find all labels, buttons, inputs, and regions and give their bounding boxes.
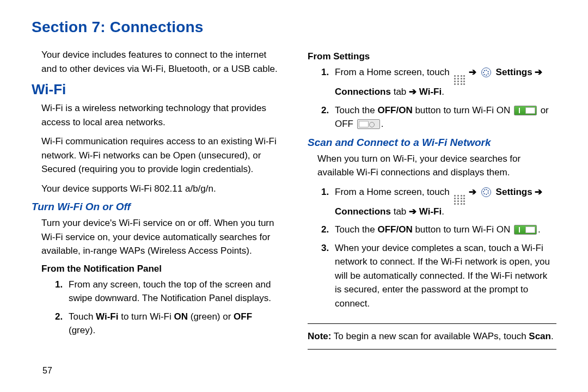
apps-grid-icon (454, 75, 465, 85)
toggle-on-icon (514, 225, 537, 235)
toggle-on-icon (514, 106, 537, 115)
scan-connect-heading: Scan and Connect to a Wi-Fi Network (308, 137, 556, 149)
text: (green) or (188, 311, 234, 322)
settings-steps: From a Home screen, touch ➔ Settings ➔ C… (308, 65, 556, 131)
text: From a Home screen, touch (335, 187, 452, 197)
text-bold: OFF (234, 311, 252, 322)
scan-paragraph: When you turn on Wi-Fi, your device sear… (308, 152, 556, 180)
text-bold: ON (174, 311, 188, 322)
section-title: Section 7: Connections (32, 19, 556, 36)
gear-icon (481, 68, 491, 77)
apps-grid-icon (454, 195, 465, 205)
text-bold: Wi-Fi (419, 87, 442, 97)
text-bold: OFF/ON (377, 105, 412, 115)
page-number: 57 (42, 366, 52, 376)
text-bold: OFF/ON (377, 224, 412, 235)
text: tab (391, 206, 409, 217)
list-item: From a Home screen, touch ➔ Settings ➔ C… (332, 185, 556, 219)
wifi-heading: Wi-Fi (32, 81, 280, 98)
from-notification-heading: From the Notification Panel (32, 264, 280, 274)
arrow-icon: ➔ (466, 67, 479, 77)
wifi-p3: Your device supports Wi-Fi 802.11 a/b/g/… (32, 182, 280, 196)
wifi-p1: Wi-Fi is a wireless networking technolog… (32, 101, 280, 129)
text: (grey). (69, 325, 95, 335)
text: to turn Wi-Fi (118, 311, 174, 322)
left-column: Your device includes features to connect… (32, 48, 280, 350)
text: To begin a new scan for available WAPs, … (331, 331, 529, 341)
text: . (442, 87, 444, 97)
text: . (551, 331, 554, 341)
text-bold: Wi-Fi (96, 311, 118, 322)
right-column: From Settings From a Home screen, touch … (308, 48, 556, 350)
list-item: Touch Wi-Fi to turn Wi-Fi ON (green) or … (65, 310, 280, 338)
text: button to turn Wi-Fi ON (413, 105, 513, 115)
turn-wifi-paragraph: Turn your device's Wi-Fi service on or o… (32, 216, 280, 258)
note-label: Note: (308, 331, 331, 341)
two-column-layout: Your device includes features to connect… (32, 48, 556, 350)
toggle-off-icon (357, 119, 380, 129)
arrow-icon: ➔ (409, 87, 419, 97)
arrow-icon: ➔ (466, 187, 479, 197)
from-settings-heading: From Settings (308, 51, 556, 62)
arrow-icon: ➔ (409, 206, 419, 217)
text: Touch (69, 311, 96, 322)
text-bold: Wi-Fi (419, 206, 442, 217)
list-item: Touch the OFF/ON button to turn Wi-Fi ON… (332, 223, 556, 237)
list-item: From any screen, touch the top of the sc… (65, 278, 280, 305)
scan-steps: From a Home screen, touch ➔ Settings ➔ C… (308, 185, 556, 311)
list-item: When your device completes a scan, touch… (332, 241, 556, 311)
text: . (381, 119, 384, 129)
text-bold: Scan (529, 331, 551, 341)
text: button to turn Wi-Fi ON (413, 224, 513, 235)
note-block: Note: To begin a new scan for available … (308, 323, 556, 350)
text: From a Home screen, touch (335, 67, 452, 77)
text: Touch the (335, 224, 377, 235)
turn-wifi-heading: Turn Wi-Fi On or Off (32, 201, 280, 213)
list-item: From a Home screen, touch ➔ Settings ➔ C… (332, 65, 556, 99)
gear-icon (481, 187, 491, 197)
intro-paragraph: Your device includes features to connect… (32, 48, 280, 76)
text: Touch the (335, 105, 377, 115)
list-item: Touch the OFF/ON button to turn Wi-Fi ON… (332, 103, 556, 131)
wifi-p2: Wi-Fi communication requires access to a… (32, 134, 280, 176)
notification-steps: From any screen, touch the top of the sc… (32, 278, 280, 338)
text: . (442, 206, 444, 217)
text: . (538, 224, 541, 235)
text: tab (391, 87, 409, 97)
